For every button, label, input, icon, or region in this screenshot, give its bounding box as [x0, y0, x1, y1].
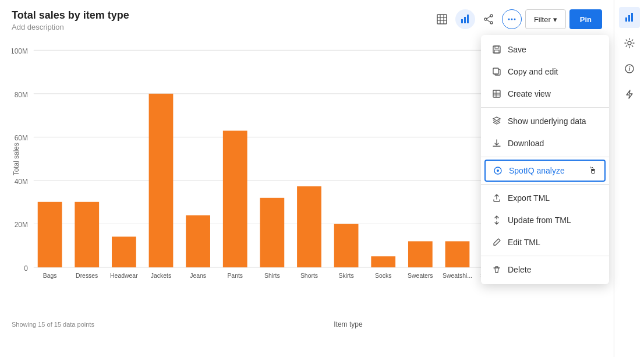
svg-text:Jeans: Jeans	[190, 273, 206, 279]
svg-text:Shirts: Shirts	[264, 273, 280, 279]
pin-button[interactable]: Pin	[569, 9, 602, 29]
export-icon	[491, 193, 502, 203]
chart-footer: Showing 15 of 15 data points Item type	[12, 320, 602, 328]
menu-separator-4	[481, 256, 609, 256]
svg-rect-0	[437, 15, 447, 24]
svg-point-10	[484, 18, 487, 20]
svg-text:Jackets: Jackets	[151, 273, 171, 279]
bar-socks	[371, 256, 395, 267]
svg-rect-49	[493, 90, 500, 97]
bar-shorts	[297, 186, 321, 267]
svg-text:Pants: Pants	[227, 273, 243, 279]
copy-icon	[491, 66, 502, 77]
menu-item-save-label: Save	[508, 45, 526, 54]
bar-sweatshirts	[445, 241, 470, 267]
menu-item-export-tml-label: Export TML	[508, 193, 550, 203]
svg-point-55	[497, 169, 499, 172]
svg-text:Shorts: Shorts	[300, 273, 318, 279]
bar-shirts	[260, 198, 284, 267]
cursor-icon: 🖱	[588, 165, 597, 176]
svg-text:Dresses: Dresses	[76, 273, 98, 279]
menu-item-copy-edit-label: Copy and edit	[508, 67, 558, 76]
bar-skirts	[334, 224, 359, 268]
toolbar: Filter ▾ Pin	[432, 9, 602, 29]
chart-title: Total sales by item type	[12, 9, 129, 22]
menu-item-delete[interactable]: Delete	[481, 259, 609, 281]
menu-item-spotiq[interactable]: SpotIQ analyze 🖱	[484, 160, 606, 182]
save-icon	[491, 44, 502, 55]
spotiq-icon	[493, 165, 503, 176]
bar-jeans	[186, 215, 210, 267]
svg-rect-57	[628, 15, 630, 22]
bar-bags	[38, 202, 62, 267]
svg-point-14	[511, 19, 512, 20]
svg-text:Skirts: Skirts	[339, 273, 354, 279]
svg-point-13	[508, 19, 509, 20]
svg-text:40M: 40M	[15, 178, 28, 186]
svg-text:Total sales: Total sales	[12, 143, 20, 175]
edit-icon	[491, 237, 502, 248]
sidebar-chart-button[interactable]	[619, 7, 640, 28]
svg-text:Socks: Socks	[375, 273, 391, 279]
svg-rect-6	[464, 17, 466, 23]
trash-icon	[491, 264, 502, 275]
layers-icon	[491, 116, 502, 126]
sidebar-settings-button[interactable]	[619, 33, 640, 54]
share-button[interactable]	[479, 9, 498, 29]
svg-rect-48	[493, 68, 498, 74]
svg-point-9	[490, 22, 493, 24]
grid-icon	[491, 89, 502, 99]
svg-text:Bags: Bags	[43, 273, 57, 279]
svg-line-11	[487, 16, 490, 19]
menu-item-create-view[interactable]: Create view	[481, 83, 609, 105]
menu-item-download[interactable]: Download	[481, 132, 609, 154]
menu-item-show-data[interactable]: Show underlying data	[481, 110, 609, 132]
svg-text:Headwear: Headwear	[110, 273, 138, 279]
svg-text:80M: 80M	[15, 91, 28, 99]
svg-text:Sweaters: Sweaters	[408, 273, 433, 279]
chart-subtitle[interactable]: Add description	[12, 23, 129, 31]
x-axis-label: Item type	[334, 320, 362, 328]
svg-text:Sweatshi...: Sweatshi...	[443, 273, 472, 279]
menu-item-update-tml[interactable]: Update from TML	[481, 209, 609, 231]
bar-jackets	[149, 94, 174, 267]
svg-text:20M: 20M	[15, 221, 28, 229]
more-options-button[interactable]	[502, 9, 522, 29]
svg-text:60M: 60M	[15, 134, 28, 142]
svg-rect-56	[625, 17, 627, 22]
menu-item-edit-tml-label: Edit TML	[508, 238, 540, 247]
menu-item-spotiq-label: SpotIQ analyze	[509, 166, 565, 175]
svg-text:100M: 100M	[12, 47, 28, 55]
svg-text:i: i	[628, 66, 630, 72]
filter-button[interactable]: Filter ▾	[525, 9, 566, 29]
menu-item-save[interactable]: Save	[481, 38, 609, 61]
bar-pants	[223, 130, 247, 267]
svg-rect-58	[631, 13, 633, 22]
footer-data-points: Showing 15 of 15 data points	[12, 321, 94, 328]
menu-item-update-tml-label: Update from TML	[508, 215, 571, 225]
menu-separator-1	[481, 107, 609, 108]
chart-view-button[interactable]	[455, 9, 475, 29]
svg-rect-7	[467, 15, 469, 23]
menu-item-show-data-label: Show underlying data	[508, 116, 586, 126]
dropdown-menu: Save Copy and edit Create view Show unde…	[481, 35, 609, 284]
bar-headwear	[112, 236, 136, 267]
svg-line-12	[487, 20, 490, 22]
svg-rect-5	[461, 19, 463, 23]
menu-item-copy-edit[interactable]: Copy and edit	[481, 61, 609, 83]
menu-separator-2	[481, 157, 609, 157]
svg-point-15	[514, 19, 515, 20]
menu-item-export-tml[interactable]: Export TML	[481, 187, 609, 209]
bar-dresses	[75, 202, 99, 267]
menu-item-edit-tml[interactable]: Edit TML	[481, 231, 609, 253]
sidebar-lightning-button[interactable]	[619, 84, 640, 105]
menu-item-create-view-label: Create view	[508, 89, 551, 98]
right-sidebar: i	[614, 0, 644, 357]
bar-sweaters	[408, 241, 433, 267]
svg-point-59	[628, 41, 631, 45]
table-view-button[interactable]	[432, 9, 452, 29]
download-icon	[491, 138, 502, 149]
svg-text:0: 0	[24, 264, 28, 273]
sidebar-info-button[interactable]: i	[619, 58, 640, 79]
menu-item-download-label: Download	[508, 139, 544, 148]
